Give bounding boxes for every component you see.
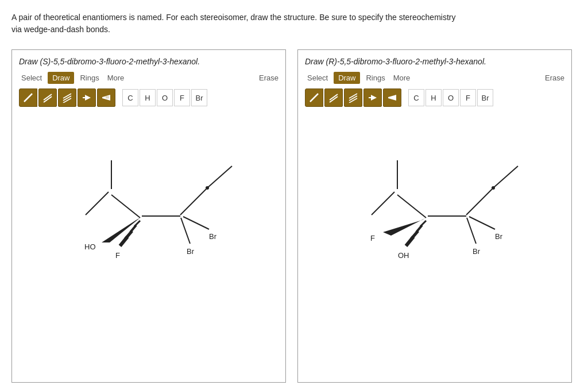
svg-text:Br: Br xyxy=(209,232,217,241)
svg-line-30 xyxy=(310,94,318,102)
svg-line-19 xyxy=(120,237,127,246)
svg-line-21 xyxy=(180,189,206,215)
svg-line-34 xyxy=(349,96,357,101)
svg-line-33 xyxy=(349,94,357,98)
svg-point-24 xyxy=(206,186,209,190)
right-select-button[interactable]: Select xyxy=(305,72,330,83)
right-draw-tools: C H O F Br xyxy=(305,88,564,107)
svg-line-22 xyxy=(207,166,232,188)
svg-line-4 xyxy=(63,96,71,101)
svg-line-40 xyxy=(372,192,394,215)
right-tool-wedge[interactable] xyxy=(383,88,401,107)
right-tool-single-bond[interactable] xyxy=(305,88,323,107)
svg-line-5 xyxy=(63,98,71,103)
right-more-button[interactable]: More xyxy=(391,72,413,83)
right-atom-H[interactable]: H xyxy=(425,89,442,106)
right-molecule-svg: F OH Br Br xyxy=(337,129,532,313)
right-atom-C[interactable]: C xyxy=(408,89,424,106)
svg-line-55 xyxy=(467,218,476,244)
right-atom-F[interactable]: F xyxy=(460,89,476,106)
right-tool-double-bond[interactable] xyxy=(324,88,343,107)
svg-line-46 xyxy=(406,237,413,246)
left-molecule-svg: HO F Br Br xyxy=(51,129,246,313)
svg-line-3 xyxy=(63,94,71,98)
svg-line-23 xyxy=(183,217,209,229)
svg-text:Br: Br xyxy=(187,247,195,256)
svg-point-51 xyxy=(492,186,495,190)
left-tool-single-bond[interactable] xyxy=(19,88,37,107)
left-panel-title: Draw (S)-5,5-dibromo-3-fluoro-2-methyl-3… xyxy=(19,57,278,66)
svg-text:HO: HO xyxy=(84,242,96,251)
intro-text: A pair of theoretical enantiomers is nam… xyxy=(11,11,574,36)
left-panel: Draw (S)-5,5-dibromo-3-fluoro-2-methyl-3… xyxy=(11,49,286,383)
left-toolbar: Select Draw Rings More Erase xyxy=(19,72,278,84)
left-draw-button[interactable]: Draw xyxy=(48,72,74,84)
left-atom-Br[interactable]: Br xyxy=(191,89,207,106)
right-panel: Draw (R)-5,5-dibromo-3-fluoro-2-methyl-3… xyxy=(297,49,572,383)
svg-text:Br: Br xyxy=(473,247,481,256)
left-tool-triple-bond[interactable] xyxy=(58,88,76,107)
left-tool-arrow[interactable] xyxy=(78,88,96,107)
right-panel-title: Draw (R)-5,5-dibromo-3-fluoro-2-methyl-3… xyxy=(305,57,564,66)
left-draw-tools: C H O F Br xyxy=(19,88,278,107)
left-atom-F[interactable]: F xyxy=(174,89,190,106)
svg-line-50 xyxy=(469,217,495,229)
svg-line-41 xyxy=(397,195,426,218)
svg-text:F: F xyxy=(370,234,375,242)
right-erase-button[interactable]: Erase xyxy=(545,74,564,82)
svg-text:OH: OH xyxy=(398,251,409,260)
left-select-button[interactable]: Select xyxy=(19,72,44,83)
svg-line-49 xyxy=(493,166,518,188)
left-tool-wedge[interactable] xyxy=(97,88,115,107)
right-tool-arrow[interactable] xyxy=(363,88,382,107)
svg-line-35 xyxy=(349,98,357,103)
panels-container: Draw (S)-5,5-dibromo-3-fluoro-2-methyl-3… xyxy=(11,49,577,383)
svg-text:Br: Br xyxy=(495,232,503,241)
right-draw-button[interactable]: Draw xyxy=(334,72,360,84)
left-erase-button[interactable]: Erase xyxy=(259,74,278,82)
left-rings-button[interactable]: Rings xyxy=(78,72,101,83)
svg-line-0 xyxy=(24,94,32,102)
left-molecule-area[interactable]: HO F Br Br xyxy=(19,111,278,330)
svg-marker-38 xyxy=(388,95,396,101)
right-toolbar: Select Draw Rings More Erase xyxy=(305,72,564,84)
svg-text:F: F xyxy=(115,251,120,260)
left-atom-C[interactable]: C xyxy=(122,89,138,106)
left-tool-double-bond[interactable] xyxy=(38,88,57,107)
svg-line-48 xyxy=(466,189,492,215)
left-atom-H[interactable]: H xyxy=(140,89,156,106)
right-atom-O[interactable]: O xyxy=(443,89,459,106)
right-atom-Br[interactable]: Br xyxy=(477,89,493,106)
right-rings-button[interactable]: Rings xyxy=(363,72,387,83)
right-tool-triple-bond[interactable] xyxy=(344,88,362,107)
svg-line-13 xyxy=(86,192,109,215)
svg-line-28 xyxy=(181,218,190,244)
svg-line-14 xyxy=(111,195,140,218)
svg-marker-15 xyxy=(102,218,140,242)
right-molecule-area[interactable]: F OH Br Br xyxy=(305,111,564,330)
left-more-button[interactable]: More xyxy=(105,72,127,83)
left-atom-O[interactable]: O xyxy=(157,89,173,106)
